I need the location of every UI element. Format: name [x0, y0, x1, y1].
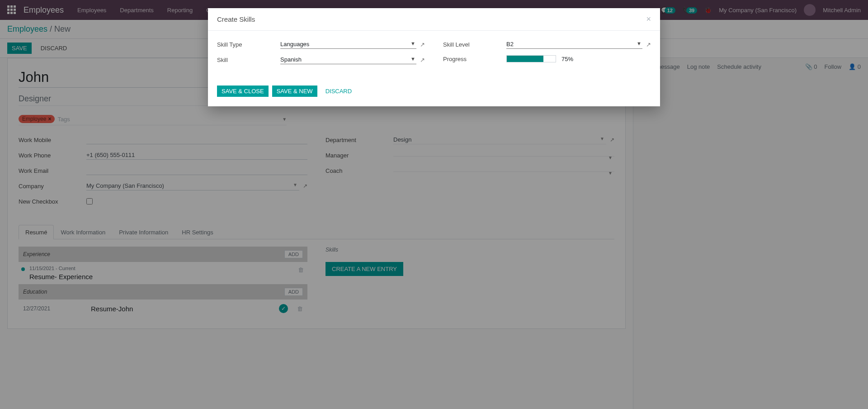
skill-level-label: Skill Level [443, 41, 506, 48]
modal-left-col: Skill Type Languages▼ ↗ Skill Spanish▼ ↗ [217, 40, 425, 71]
chevron-down-icon: ▼ [637, 41, 642, 46]
modal-overlay: Create Skills × Skill Type Languages▼ ↗ … [0, 0, 868, 409]
progress-fill [507, 56, 543, 62]
chevron-down-icon: ▼ [410, 41, 415, 46]
progress-label: Progress [443, 56, 506, 62]
external-link-icon[interactable]: ↗ [646, 41, 651, 48]
chevron-down-icon: ▼ [410, 56, 415, 62]
save-new-button[interactable]: Save & New [272, 86, 317, 97]
close-icon[interactable]: × [646, 14, 651, 24]
skill-level-select[interactable]: B2▼ [506, 40, 642, 49]
modal-header: Create Skills × [208, 8, 660, 31]
skill-label: Skill [217, 57, 280, 63]
skill-select[interactable]: Spanish▼ [280, 55, 416, 64]
skill-type-select[interactable]: Languages▼ [280, 40, 416, 49]
progress-track [506, 55, 556, 62]
modal-footer: Save & Close Save & New Discard [208, 80, 660, 106]
external-link-icon[interactable]: ↗ [420, 41, 425, 48]
create-skills-modal: Create Skills × Skill Type Languages▼ ↗ … [208, 8, 660, 106]
modal-discard-button[interactable]: Discard [321, 85, 357, 97]
skill-type-label: Skill Type [217, 41, 280, 48]
progress-bar: 75% [506, 55, 651, 62]
progress-text: 75% [561, 56, 573, 62]
save-close-button[interactable]: Save & Close [217, 86, 269, 97]
modal-right-col: Skill Level B2▼ ↗ Progress 75% [443, 40, 651, 71]
modal-body: Skill Type Languages▼ ↗ Skill Spanish▼ ↗… [208, 31, 660, 80]
external-link-icon[interactable]: ↗ [420, 57, 425, 63]
modal-title: Create Skills [217, 15, 255, 23]
